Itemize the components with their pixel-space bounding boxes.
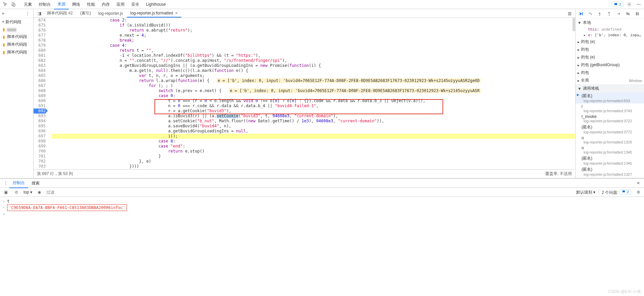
drawer-more-icon[interactable]: ⋮ (2, 179, 9, 187)
file-icon: ▮ (3, 27, 5, 32)
scope-closure-header[interactable]: ▸闭包 (getBuvidGroup) (576, 61, 644, 69)
tab-console[interactable]: 控制台 (35, 0, 54, 9)
live-expression-icon[interactable]: ◉ (36, 188, 43, 196)
drawer-tab-console[interactable]: 控制台 (9, 178, 28, 188)
callstack-frame[interactable]: ulog-reporter.js:formatted:1326 (576, 135, 644, 145)
callstack-frame[interactable]: olog-reporter.js:formatted:1340 (576, 145, 644, 155)
editor-tab[interactable]: (索引) (77, 9, 94, 17)
clear-console-icon[interactable]: ⊘ (13, 188, 20, 196)
console-sidebar-icon[interactable]: ▣ (2, 188, 9, 196)
nav-more-icon[interactable]: ⋮ (24, 10, 31, 17)
sources-navigator: » ⋮ + 新代码段 ▮▮▮▮▮ ▮脚本代码段 ▮脚本代码段 ▮脚本代码段 (0, 9, 34, 178)
file-icon: ▮ (3, 35, 5, 39)
svg-rect-10 (636, 12, 637, 15)
drawer-close-icon[interactable]: ✕ (635, 179, 642, 187)
scope-closure-header[interactable]: ▸闭包 (576, 46, 644, 53)
close-icon[interactable]: ✕ (175, 11, 178, 15)
callstack-frame[interactable]: (匿名)log-reporter.js:formatted:693 (576, 92, 644, 103)
devtools-main-toolbar: 元素 控制台 来源 网络 性能 内存 应用 安全 Lighthouse 2 (0, 0, 644, 9)
snippet-item[interactable]: ▮脚本代码段 (0, 48, 33, 56)
scope-closure-header[interactable]: ▸闭包 (e) (576, 53, 644, 61)
editor-statusbar: 第 697 行，第 53 列 覆盖率: 不适用 (34, 169, 575, 178)
device-toggle-icon[interactable] (10, 1, 17, 8)
callstack-frame[interactable]: (匿名)log-reporter.js:formatted:1327 (576, 166, 644, 177)
tab-performance[interactable]: 性能 (84, 0, 98, 9)
step-into-icon[interactable] (596, 10, 603, 17)
callstack-header[interactable]: ▼调用堆栈 (576, 85, 644, 92)
callstack-frame[interactable]: (匿名)log-reporter.js:formatted:3772 (576, 124, 644, 135)
file-icon: ▮ (3, 50, 5, 55)
console-expression: t (7, 198, 9, 204)
scope-local-header[interactable]: ▼本地 (576, 19, 644, 27)
snippet-item[interactable]: ▮▮▮▮▮ (0, 26, 33, 33)
svg-point-4 (638, 4, 639, 5)
snippet-item[interactable]: ▮脚本代码段 (0, 41, 33, 48)
snippet-item[interactable]: ▮脚本代码段 (0, 33, 33, 41)
tab-security[interactable]: 安全 (128, 0, 143, 9)
console-settings-icon[interactable]: ⚙ (635, 188, 642, 196)
scope-variable[interactable]: ▸ e: ['b', index: 0, input:… (576, 32, 644, 38)
svg-point-5 (640, 4, 640, 5)
new-snippet-button[interactable]: + 新代码段 (0, 18, 33, 26)
console-drawer: ⋮ 控制台 搜索 ✕ ▣ ⊘ top ▾ ◉ 默认级别 ▾ 2 个问题: 2 ⚙… (0, 178, 644, 296)
step-over-icon[interactable] (587, 10, 594, 17)
tab-elements[interactable]: 元素 (20, 0, 35, 9)
scope-closure-header[interactable]: ▸闭包 (576, 69, 644, 77)
scope-closure-header[interactable]: ▸闭包 (e) (576, 38, 644, 46)
editor-more-icon[interactable]: ▥ (566, 10, 573, 17)
deactivate-breakpoints-icon[interactable] (625, 10, 631, 17)
code-editor[interactable]: 6746756766776786796806816826836846856866… (34, 18, 575, 169)
issues-link[interactable]: 2 个问题: 2 (599, 189, 631, 196)
step-out-icon[interactable] (606, 10, 612, 17)
svg-point-2 (629, 4, 630, 5)
tab-sources[interactable]: 来源 (54, 0, 69, 9)
tab-lighthouse[interactable]: Lighthouse (143, 0, 169, 8)
svg-rect-1 (13, 4, 15, 6)
messages-count: 2 (619, 2, 621, 6)
svg-point-3 (637, 4, 638, 5)
file-icon: ▮ (3, 42, 5, 47)
cursor-position: 第 697 行，第 53 列 (37, 171, 73, 177)
messages-badge[interactable]: 2 (611, 2, 624, 7)
tab-network[interactable]: 网络 (69, 0, 84, 9)
tab-memory[interactable]: 内存 (98, 0, 113, 9)
settings-icon[interactable] (626, 1, 633, 8)
callstack-frame[interactable]: (匿名)log-reporter.js:formatted:1345 (576, 155, 644, 166)
console-result: 'C9E59D8A-EA7A-BBF4-F661-C8513A03DBBA200… (7, 204, 127, 211)
debugger-controls (576, 9, 644, 19)
scope-global-header[interactable]: ▸全局Window (576, 77, 644, 84)
debugger-sidebar: ▼本地 this: undefined ▸ e: ['b', index: 0,… (575, 9, 644, 178)
console-output-line: ‹'C9E59D8A-EA7A-BBF4-F661-C8513A03DBBA20… (3, 204, 641, 211)
editor-tabstrip: ◨ 脚本代码段 #2 (索引) log-reporter.js log-repo… (34, 9, 575, 18)
console-filter-input[interactable] (46, 190, 573, 195)
callstack-frame[interactable]: t_invokelog-reporter.js:formatted:3722 (576, 114, 644, 124)
svg-point-7 (591, 14, 592, 15)
inspect-element-icon[interactable] (2, 1, 9, 8)
editor-tab[interactable]: log-reporter.js:formatted✕ (127, 9, 181, 17)
svg-rect-11 (638, 12, 638, 15)
svg-rect-6 (582, 12, 583, 15)
step-icon[interactable] (615, 10, 622, 17)
resume-icon[interactable] (578, 10, 584, 17)
more-icon[interactable] (635, 1, 642, 8)
tab-application[interactable]: 应用 (113, 0, 128, 9)
editor-tab[interactable]: log-reporter.js (95, 10, 126, 17)
svg-point-9 (609, 15, 609, 16)
nav-expand-icon[interactable]: » (2, 11, 4, 16)
context-selector[interactable]: top ▾ (24, 190, 32, 195)
console-input-line: ›t (3, 198, 641, 204)
svg-point-8 (599, 15, 600, 16)
coverage-status: 覆盖率: 不适用 (545, 171, 572, 177)
pause-on-exceptions-icon[interactable] (634, 10, 641, 17)
callstack-frame[interactable]: llog-reporter.js:formatted:3743 (576, 103, 644, 114)
editor-nav-icon[interactable]: ◨ (36, 10, 43, 17)
console-prompt[interactable]: › (3, 211, 641, 217)
drawer-tab-search[interactable]: 搜索 (28, 179, 43, 188)
editor-tab[interactable]: 脚本代码段 #2 (44, 9, 76, 17)
scope-variable[interactable]: this: undefined (576, 27, 644, 32)
log-level-selector[interactable]: 默认级别 ▾ (576, 189, 595, 195)
